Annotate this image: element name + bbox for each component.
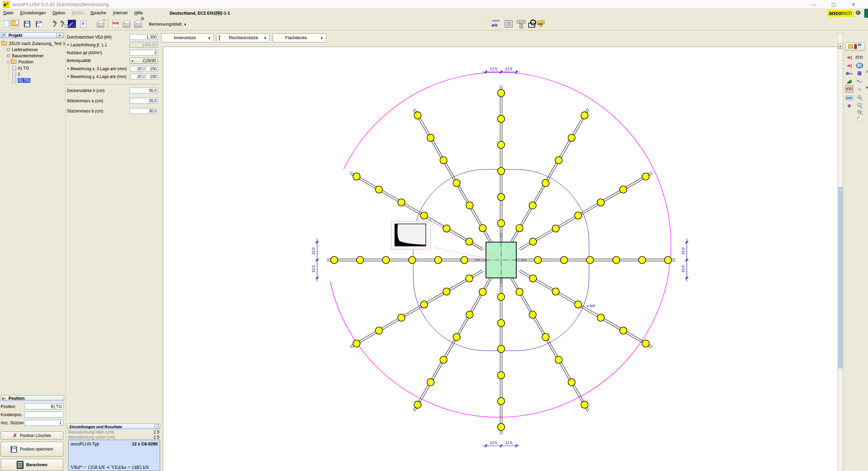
chevron-down-icon: ▼	[184, 23, 187, 26]
print-preview-icon[interactable]	[134, 19, 142, 28]
position-field-anz-st-tzen[interactable]: 1	[25, 420, 63, 426]
dxf-export-icon[interactable]: DXF	[845, 94, 853, 102]
tree-item-a-tg[interactable]: A) TG	[12, 66, 29, 72]
result-row-value: 2.5	[143, 430, 159, 435]
form-input-8[interactable]: 30,0	[129, 108, 158, 114]
form-label-3: Betonqualität	[67, 58, 91, 63]
tree-item-b-tg[interactable]: B) TG	[12, 78, 30, 84]
zoom-in-icon[interactable]: +	[855, 93, 864, 101]
form-input-5-dia[interactable]: 20	[130, 74, 143, 79]
address-box-icon	[7, 54, 10, 57]
menu-sprache[interactable]: Sprache	[87, 9, 110, 18]
form-input-5-spacing[interactable]: 150	[145, 74, 158, 79]
stud	[581, 112, 588, 119]
zoom-actual-icon[interactable]: 1:1	[855, 108, 864, 116]
fix-grid-icon[interactable]: ⊞FIX	[845, 70, 853, 77]
delete-element-icon[interactable]: ×	[855, 85, 864, 93]
menu-internet[interactable]: Internet	[110, 9, 131, 18]
form-label-4[interactable]: ▼Bewehrung x, 3.Lage ø/e (mm)	[67, 66, 127, 71]
half-factor-icon[interactable]: ◢2	[845, 77, 853, 85]
rail-section-icon[interactable]: (ΠΠ	[845, 85, 853, 93]
print-star-icon[interactable]: ★	[96, 19, 105, 28]
form-input-4-dia[interactable]: 20	[130, 66, 143, 72]
insert-rail-icon[interactable]: ➔)	[845, 54, 853, 61]
grid-icon[interactable]: ⊞	[855, 70, 864, 77]
print-icon[interactable]	[122, 19, 131, 28]
tree-item-position[interactable]: −Position	[7, 60, 33, 65]
slash-separator: /	[143, 66, 144, 71]
rails-top-view-icon[interactable]: ΠΠ	[855, 54, 864, 61]
save-icon[interactable]	[22, 19, 31, 28]
tools-button[interactable]	[845, 43, 865, 51]
scroll-up-button[interactable]: ▲	[838, 43, 842, 49]
bug-icon[interactable]	[856, 11, 861, 15]
stud	[466, 202, 473, 209]
stud	[461, 257, 468, 264]
button-label: Position speichern	[20, 447, 53, 452]
position-l-schen-button[interactable]: ✗Position Löschen	[1, 431, 63, 440]
vertical-scrollbar[interactable]: ▲	[838, 33, 843, 471]
p-document-icon[interactable]: P	[79, 19, 88, 28]
chevron-down-icon: ▼	[264, 36, 267, 40]
minimize-button[interactable]: —	[806, 0, 821, 9]
scrollbar-thumb[interactable]	[838, 187, 842, 368]
close-button[interactable]: ✕	[846, 0, 861, 9]
tree-item-2[interactable]: 2	[12, 72, 20, 78]
position-field-position[interactable]: B) TG	[25, 404, 63, 409]
form-input-0[interactable]: 1.350	[129, 34, 158, 40]
pdf-export-icon[interactable]	[111, 19, 120, 28]
mesh-icon[interactable]: ❖	[845, 102, 853, 110]
stud	[398, 199, 405, 206]
menu-einstellungen[interactable]: Einstellungen	[17, 9, 49, 18]
draw-tool-icon[interactable]	[67, 19, 76, 28]
form-divider	[67, 84, 159, 85]
button-label: Position Löschen	[20, 433, 51, 438]
stud	[581, 401, 588, 408]
tree-item-lieferadresse[interactable]: Lieferadresse	[7, 47, 38, 53]
results-checkbox[interactable]	[155, 424, 159, 428]
stud	[552, 225, 559, 232]
hammer-edit-icon[interactable]	[59, 19, 67, 28]
form-input-2[interactable]: 2	[129, 50, 158, 56]
new-document-icon[interactable]	[2, 19, 11, 28]
menu-option[interactable]: Option	[49, 9, 68, 18]
auto-fit-icon[interactable]: auto	[536, 19, 546, 28]
selector-rechteckstütze[interactable]: Rechteckstütze▼	[216, 33, 270, 42]
maximize-button[interactable]: ▢	[826, 0, 841, 9]
slab-reinforcement-icon[interactable]	[503, 19, 514, 28]
tree-item-zeus-nach-zulassung-test-1[interactable]: ZEUS nach Zulassung_Test 1	[1, 41, 65, 47]
form-input-7[interactable]: 25,0	[129, 98, 158, 104]
stud-diameter-spacing-icon[interactable]: ø/e	[491, 19, 501, 28]
concrete-grade-combo[interactable]: ▼C25/30	[129, 58, 158, 64]
pan-hand-icon[interactable]	[855, 115, 864, 122]
tree-item-bauunternehmer[interactable]: Bauunternehmer	[7, 54, 44, 59]
menu-hilfe[interactable]: Hilfe	[131, 9, 146, 18]
move-origin-icon[interactable]: ↖+	[855, 77, 864, 85]
berechnen-button[interactable]: Berechnen	[1, 459, 63, 471]
collapse-panel-button[interactable]: «	[56, 33, 63, 37]
stud-layout-drawing[interactable]: u krit12.512.512.512.515.015.015.015.0	[163, 47, 838, 471]
stud	[440, 356, 447, 363]
stud	[375, 327, 383, 334]
view-toolbar: ➔)➔)⊞FIX◢2(ΠΠDXF❖ΠΠ3D⊞↖+×+−1:1 ✔ ▲	[843, 30, 868, 471]
position-field-kundenpos-[interactable]	[25, 412, 63, 417]
stud	[575, 301, 582, 308]
selector-innenstütze[interactable]: Innenstütze▼	[161, 33, 214, 42]
form-label-5[interactable]: ▼Bewehrung y, 4.Lage ø/e (mm)	[67, 74, 126, 79]
slash-separator: /	[143, 74, 144, 79]
open-file-icon[interactable]	[10, 19, 19, 28]
save-as-icon[interactable]	[34, 19, 43, 28]
menu-datei[interactable]: Datei	[0, 9, 17, 18]
form-input-6[interactable]: 35,0	[129, 88, 158, 93]
insert-rail-alt-icon[interactable]: ➔)	[845, 62, 853, 69]
form-input-4-spacing[interactable]: 150	[145, 66, 158, 72]
selector-flachdecke[interactable]: Flachdecke▼	[273, 33, 326, 42]
column-section-icon[interactable]	[516, 19, 526, 28]
stud	[639, 257, 646, 264]
drawing-canvas[interactable]: u krit12.512.512.512.515.015.015.015.0	[163, 47, 837, 471]
form-label-1[interactable]: ▼Lasterhöhung β: 1.1	[67, 43, 107, 47]
sheet-dropdown[interactable]: Bemessungsblatt▼	[149, 22, 187, 27]
view-3d-icon[interactable]: 3D	[855, 62, 864, 69]
position-speichern-button[interactable]: Position speichern	[1, 442, 63, 457]
zoom-out-icon[interactable]: −	[855, 101, 864, 109]
